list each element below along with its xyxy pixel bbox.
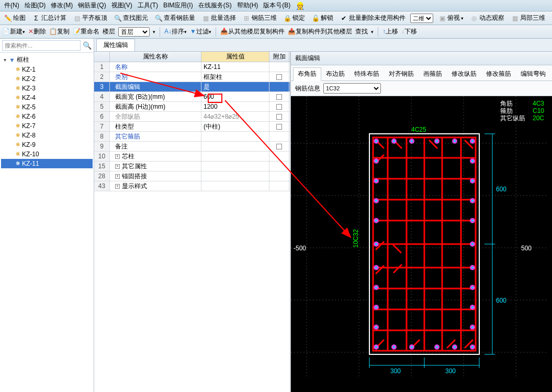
svg-point-66 bbox=[375, 326, 377, 328]
tb-batchdel[interactable]: ✔批量删除未使用构件 bbox=[338, 13, 407, 24]
tb-chkrebar[interactable]: 🔍查看钢筋量 bbox=[153, 13, 197, 24]
tree-item-KZ-5[interactable]: ❋KZ-5 bbox=[1, 102, 93, 112]
menu-online[interactable]: 在线服务(S) bbox=[196, 0, 234, 11]
view-mode-select[interactable]: 二维 bbox=[410, 14, 433, 23]
section-tab-6[interactable]: 修改箍筋 bbox=[481, 67, 516, 80]
gear-icon: ❋ bbox=[16, 150, 20, 158]
prop-row-28[interactable]: 28+锚固搭接 bbox=[94, 171, 290, 181]
tb-sort[interactable]: A↓排序▾ bbox=[164, 27, 187, 36]
tab-property-edit[interactable]: 属性编辑 bbox=[96, 39, 135, 51]
prop-row-43[interactable]: 43+显示样式 bbox=[94, 181, 290, 191]
svg-point-40 bbox=[393, 140, 395, 142]
gear-icon: ❋ bbox=[16, 84, 20, 93]
svg-point-80 bbox=[471, 267, 474, 269]
prop-row-10[interactable]: 10+芯柱 bbox=[94, 152, 290, 162]
svg-point-58 bbox=[375, 243, 377, 245]
tb-local3d[interactable]: ▦局部三维 bbox=[509, 13, 547, 24]
menu-tool[interactable]: 工具(T) bbox=[136, 0, 160, 11]
svg-line-29 bbox=[393, 245, 401, 253]
tree-item-KZ-8[interactable]: ❋KZ-8 bbox=[1, 131, 93, 140]
tb-copyto[interactable]: 📤复制构件到其他楼层 bbox=[288, 27, 352, 36]
prop-row-1[interactable]: 1名称KZ-11 bbox=[94, 62, 290, 72]
gear-icon: ❋ bbox=[16, 112, 20, 121]
svg-point-56 bbox=[375, 220, 377, 222]
prop-row-7[interactable]: 7柱类型(中柱) bbox=[94, 122, 290, 132]
section-tab-0[interactable]: 布角筋 bbox=[293, 67, 321, 81]
tb-topview[interactable]: ▣俯视▾ bbox=[436, 13, 465, 24]
section-tab-2[interactable]: 特殊布筋 bbox=[350, 67, 384, 80]
tb-dyn[interactable]: ◎动态观察 bbox=[468, 13, 506, 24]
prop-row-2[interactable]: 2类别框架柱 bbox=[94, 72, 290, 82]
toolbar-main: ✏️绘图 Σ汇总计算 ▤平齐板顶 🔍查找图元 🔍查看钢筋量 ▦批量选择 ⊞钢筋三… bbox=[0, 11, 552, 25]
menu-version[interactable]: 版本号(B) bbox=[261, 0, 292, 11]
svg-point-60 bbox=[375, 267, 377, 269]
prop-row-9[interactable]: 9备注 bbox=[94, 142, 290, 152]
prop-row-4[interactable]: 4截面宽 (B边)(mm)600 bbox=[94, 92, 290, 102]
tree-item-KZ-6[interactable]: ❋KZ-6 bbox=[1, 112, 93, 121]
section-tab-3[interactable]: 对齐钢筋 bbox=[384, 67, 419, 80]
tb-down[interactable]: ↓下移 bbox=[401, 27, 417, 36]
batch-delete-icon: ✔ bbox=[340, 14, 348, 22]
tb-batchsel[interactable]: ▦批量选择 bbox=[200, 13, 238, 24]
tb-rename[interactable]: 📝重命名 bbox=[73, 27, 99, 36]
prop-row-6[interactable]: 6全部纵筋44⌀32+8⌀25 bbox=[94, 112, 290, 122]
section-tab-4[interactable]: 画箍筋 bbox=[419, 67, 447, 80]
menu-bim[interactable]: BIM应用(I) bbox=[161, 0, 195, 11]
tree-item-KZ-9[interactable]: ❋KZ-9 bbox=[1, 140, 93, 149]
rename-icon: 📝 bbox=[73, 28, 81, 35]
section-tab-7[interactable]: 编辑弯钩 bbox=[516, 67, 550, 80]
tree-root[interactable]: ▾ ▼ 框柱 bbox=[1, 55, 93, 65]
tb-delete[interactable]: ✕删除 bbox=[28, 27, 46, 36]
tb-find[interactable]: 🔍查找图元 bbox=[112, 13, 150, 24]
search-icon[interactable]: 🔍 bbox=[82, 41, 92, 50]
tb-sum[interactable]: Σ汇总计算 bbox=[30, 13, 68, 24]
tb-find2[interactable]: 查找 bbox=[355, 27, 368, 36]
legend-hoop-val: C10 bbox=[533, 107, 544, 114]
tree-item-KZ-1[interactable]: ❋KZ-1 bbox=[1, 65, 93, 74]
gear-icon: ❋ bbox=[16, 94, 20, 102]
svg-point-52 bbox=[375, 180, 377, 182]
search-input[interactable] bbox=[2, 40, 81, 51]
tree-item-KZ-4[interactable]: ❋KZ-4 bbox=[1, 93, 93, 102]
align-icon: ▤ bbox=[73, 14, 81, 22]
delete-icon: ✕ bbox=[28, 28, 33, 35]
tb-align[interactable]: ▤平齐板顶 bbox=[71, 13, 109, 24]
tb-unlock[interactable]: 🔓解锁 bbox=[310, 13, 335, 24]
dim-side: 10C32 bbox=[352, 229, 359, 248]
unlock-icon: 🔓 bbox=[311, 14, 320, 22]
svg-point-94 bbox=[436, 346, 438, 348]
tb-copyfrom[interactable]: 📥从其他楼层复制构件 bbox=[220, 27, 285, 36]
section-canvas[interactable]: -500 500 bbox=[291, 96, 552, 392]
svg-point-92 bbox=[411, 346, 413, 348]
hardhat-icon: 👷 bbox=[294, 1, 307, 11]
floor-select[interactable]: 首层 bbox=[118, 27, 150, 37]
tb-rebar3d[interactable]: ⊞钢筋三维 bbox=[241, 13, 278, 24]
tree-item-KZ-7[interactable]: ❋KZ-7 bbox=[1, 121, 93, 131]
menu-file[interactable]: 件(N) bbox=[2, 0, 21, 11]
tb-filter[interactable]: ▼过滤▾ bbox=[190, 27, 211, 36]
tree-item-KZ-3[interactable]: ❋KZ-3 bbox=[1, 84, 93, 93]
section-tab-5[interactable]: 修改纵筋 bbox=[447, 67, 481, 80]
tb-new[interactable]: 📄新建▾ bbox=[2, 27, 25, 36]
tb-draw[interactable]: ✏️绘图 bbox=[2, 13, 27, 24]
tb-lock[interactable]: 🔒锁定 bbox=[281, 13, 307, 24]
tb-copy[interactable]: 📋复制 bbox=[49, 27, 70, 36]
tb-up[interactable]: ↑上移 bbox=[382, 27, 398, 36]
menu-modify[interactable]: 修改(M) bbox=[49, 0, 75, 11]
menu-view[interactable]: 视图(V) bbox=[109, 0, 134, 11]
tree-item-KZ-2[interactable]: ❋KZ-2 bbox=[1, 74, 93, 84]
svg-point-90 bbox=[393, 346, 395, 348]
tree-item-KZ-11[interactable]: ❋KZ-11 bbox=[1, 159, 93, 168]
tree-item-KZ-10[interactable]: ❋KZ-10 bbox=[1, 149, 93, 159]
menu-rebar[interactable]: 钢筋量(Q) bbox=[76, 0, 108, 11]
rebar-info-select[interactable]: 1C32 bbox=[323, 83, 381, 94]
collapse-icon[interactable]: ▾ bbox=[2, 57, 7, 63]
section-tab-1[interactable]: 布边筋 bbox=[321, 67, 350, 80]
prop-row-5[interactable]: 5截面高 (H边)(mm)1200 bbox=[94, 102, 290, 112]
prop-row-8[interactable]: 8其它箍筋 bbox=[94, 132, 290, 142]
menu-help[interactable]: 帮助(H) bbox=[235, 0, 261, 11]
menu-draw[interactable]: 绘图(D) bbox=[22, 0, 48, 11]
prop-row-15[interactable]: 15+其它属性 bbox=[94, 162, 290, 171]
prop-row-3[interactable]: 3截面编辑是 bbox=[94, 82, 290, 92]
svg-point-86 bbox=[471, 326, 474, 328]
